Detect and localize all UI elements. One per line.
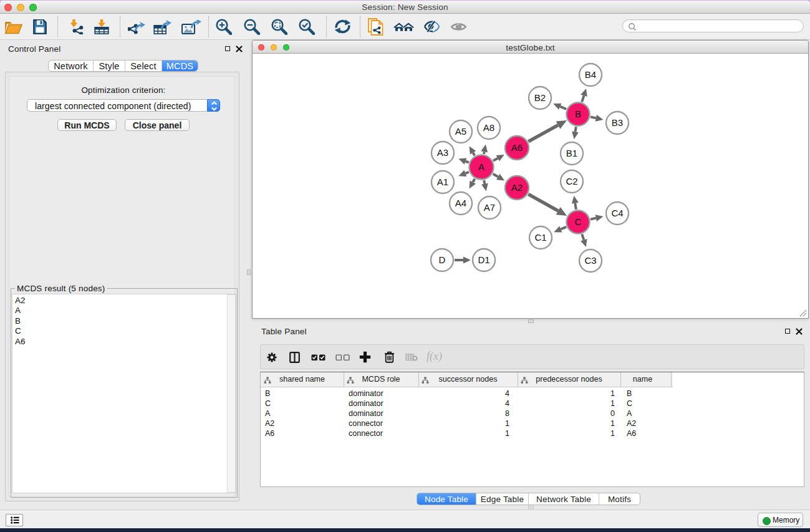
- svg-text:B: B: [575, 109, 581, 119]
- svg-text:B2: B2: [534, 92, 546, 103]
- svg-text:B1: B1: [566, 148, 577, 158]
- svg-text:D1: D1: [478, 254, 489, 265]
- svg-text:C4: C4: [611, 208, 623, 218]
- svg-text:A3: A3: [437, 147, 448, 158]
- svg-text:C: C: [575, 216, 582, 227]
- svg-text:A5: A5: [455, 126, 466, 137]
- svg-text:C3: C3: [584, 255, 596, 266]
- svg-text:D: D: [439, 254, 446, 265]
- svg-text:A2: A2: [511, 182, 523, 193]
- svg-text:B3: B3: [612, 117, 623, 128]
- svg-text:A4: A4: [455, 198, 466, 208]
- svg-text:A: A: [478, 162, 485, 172]
- svg-text:A8: A8: [483, 122, 494, 133]
- svg-text:A1: A1: [437, 177, 448, 187]
- svg-text:C2: C2: [566, 176, 577, 186]
- svg-text:B4: B4: [585, 69, 596, 80]
- svg-text:A6: A6: [511, 142, 523, 153]
- svg-text:A7: A7: [484, 202, 495, 213]
- svg-text:C1: C1: [534, 232, 546, 243]
